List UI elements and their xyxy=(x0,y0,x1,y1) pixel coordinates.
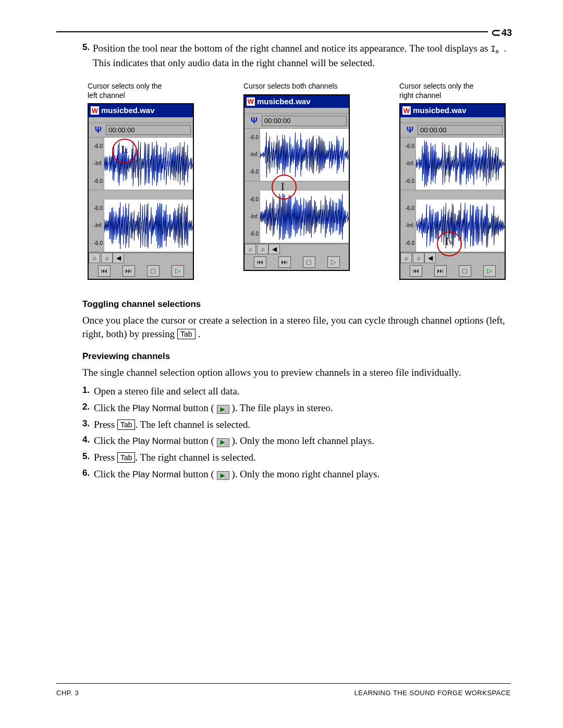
go-start-button[interactable]: ⏮ xyxy=(98,265,111,277)
step-body: Open a stereo file and select all data. xyxy=(94,385,240,398)
scale-label: -6.0 xyxy=(406,178,414,185)
step-number: 5. xyxy=(82,451,94,464)
waveform-channel: -6.0-Inf.-6.0 xyxy=(244,129,349,181)
menubar xyxy=(400,117,505,123)
figure-column: Cursor selects both channelsWmusicbed.wa… xyxy=(243,82,350,280)
timebar: Ψ00:00:00 xyxy=(400,123,505,138)
list-item: 1.Open a stereo file and select all data… xyxy=(82,385,511,398)
zoom-button[interactable]: ⌕ xyxy=(400,253,412,263)
wave-canvas xyxy=(104,138,193,190)
cursor-ibeam-icon: IR xyxy=(445,235,453,249)
scale: -6.0-Inf.-6.0 xyxy=(400,138,416,190)
list-item: 3.Press Tab. The left channel is selecte… xyxy=(82,418,511,431)
scale: -6.0-Inf.-6.0 xyxy=(89,138,104,190)
go-start-button[interactable]: ⏮ xyxy=(254,256,266,268)
go-end-button[interactable]: ⏭ xyxy=(434,265,447,277)
tool-icon: Ψ xyxy=(407,125,413,136)
stop-button[interactable]: ◻ xyxy=(303,256,315,268)
step-number: 2. xyxy=(82,401,94,415)
scale-label: -6.0 xyxy=(94,205,103,212)
scale-label: -Inf. xyxy=(406,160,414,167)
zoom-button[interactable]: ⌕ xyxy=(413,253,424,263)
list-item: 5.Press Tab. The right channel is select… xyxy=(82,451,511,464)
preview-intro: The single channel selection option allo… xyxy=(82,366,511,379)
window-title: musicbed.wav xyxy=(413,105,467,116)
step-body: Press Tab. The left channel is selected. xyxy=(94,418,250,431)
titlebar: Wmusicbed.wav xyxy=(244,95,349,108)
step-number: 3. xyxy=(82,418,94,431)
footer-rule xyxy=(56,683,511,684)
figure-caption: Cursor selects both channels xyxy=(243,82,350,91)
svg-marker-2 xyxy=(221,440,225,445)
scale-label: -6.0 xyxy=(250,134,259,141)
scale-label: -6.0 xyxy=(250,196,259,203)
scroll-left-button[interactable]: ◀ xyxy=(113,253,124,263)
tool-icon: Ψ xyxy=(95,125,102,136)
zoom-button[interactable]: ⌕ xyxy=(89,253,100,263)
step-number: 4. xyxy=(82,434,94,448)
stop-button[interactable]: ◻ xyxy=(147,265,160,277)
preview-heading: Previewing channels xyxy=(82,351,511,363)
waveform-channel: -6.0-Inf.-6.0 xyxy=(89,200,193,252)
scroll-left-button[interactable]: ◀ xyxy=(268,244,280,254)
play-button[interactable]: ▷ xyxy=(483,265,496,277)
content: 5. Position the tool near the bottom of … xyxy=(82,42,511,481)
step-body: Press Tab. The right channel is selected… xyxy=(94,451,256,464)
ui-label: Play Normal xyxy=(132,403,181,413)
zoom-row: ⌕⌕◀ xyxy=(400,252,505,263)
zoom-row: ⌕⌕◀ xyxy=(89,252,193,263)
transport-bar: ⏮⏭◻▷ xyxy=(400,263,505,279)
footer-right: LEARNING THE SOUND FORGE WORKSPACE xyxy=(354,689,511,697)
channel-gap xyxy=(400,190,505,200)
steps-list: 1.Open a stereo file and select all data… xyxy=(82,385,511,481)
app-icon: W xyxy=(402,106,411,115)
audio-window: Wmusicbed.wavΨ00:00:00-6.0-Inf.-6.0-6.0-… xyxy=(399,103,506,280)
zoom-button[interactable]: ⌕ xyxy=(257,244,268,254)
toggling-heading: Toggling channel selections xyxy=(82,299,511,311)
stop-button[interactable]: ◻ xyxy=(459,265,471,277)
page-number-wrap: ⊂ 43 xyxy=(488,26,512,40)
play-button[interactable]: ▷ xyxy=(172,265,184,277)
tab-key: Tab xyxy=(177,329,195,339)
scale-label: -Inf. xyxy=(406,222,414,229)
go-start-button[interactable]: ⏮ xyxy=(410,265,422,277)
go-end-button[interactable]: ⏭ xyxy=(123,265,135,277)
scale-label: -6.0 xyxy=(406,143,414,150)
play-normal-icon xyxy=(217,405,229,414)
app-icon: W xyxy=(91,106,99,115)
timecode: 00:00:00 xyxy=(418,125,503,135)
scroll-left-button[interactable]: ◀ xyxy=(424,253,436,263)
scale: -6.0-Inf.-6.0 xyxy=(400,200,416,252)
page: ⊂ 43 5. Position the tool near the botto… xyxy=(0,0,563,728)
wave-canvas xyxy=(104,200,193,252)
menubar xyxy=(244,108,349,114)
step-number: 6. xyxy=(82,467,94,481)
keycap: Tab xyxy=(117,419,136,430)
step-number: 1. xyxy=(82,385,94,398)
timecode: 00:00:00 xyxy=(262,116,347,126)
zoom-button[interactable]: ⌕ xyxy=(101,253,113,263)
wave-canvas xyxy=(416,138,505,190)
figures-row: Cursor selects only theleft channelWmusi… xyxy=(88,82,506,280)
cursor-ibeam-icon: IR xyxy=(491,45,504,54)
step-body: Click the Play Normal button ( ). Only t… xyxy=(94,467,380,481)
window-title: musicbed.wav xyxy=(257,96,311,107)
list-item: 6.Click the Play Normal button ( ). Only… xyxy=(82,467,511,481)
wave-canvas xyxy=(416,200,505,252)
svg-marker-4 xyxy=(221,474,225,478)
wave-canvas xyxy=(260,129,349,181)
app-icon: W xyxy=(247,97,255,106)
ui-label: Play Normal xyxy=(132,436,181,446)
list-item: 4.Click the Play Normal button ( ). Only… xyxy=(82,434,511,448)
zoom-button[interactable]: ⌕ xyxy=(244,244,256,254)
footer: CHP. 3 LEARNING THE SOUND FORGE WORKSPAC… xyxy=(56,683,511,697)
menubar xyxy=(89,117,193,123)
scale-label: -6.0 xyxy=(250,168,259,176)
tool-icon: Ψ xyxy=(251,115,258,127)
figure-column: Cursor selects only theright channelWmus… xyxy=(399,82,506,280)
cursor-ibeam-icon: I xyxy=(281,180,285,194)
titlebar: Wmusicbed.wav xyxy=(89,104,193,117)
toggling-text-b: . xyxy=(198,328,200,339)
go-end-button[interactable]: ⏭ xyxy=(278,256,291,268)
play-button[interactable]: ▷ xyxy=(327,256,340,268)
